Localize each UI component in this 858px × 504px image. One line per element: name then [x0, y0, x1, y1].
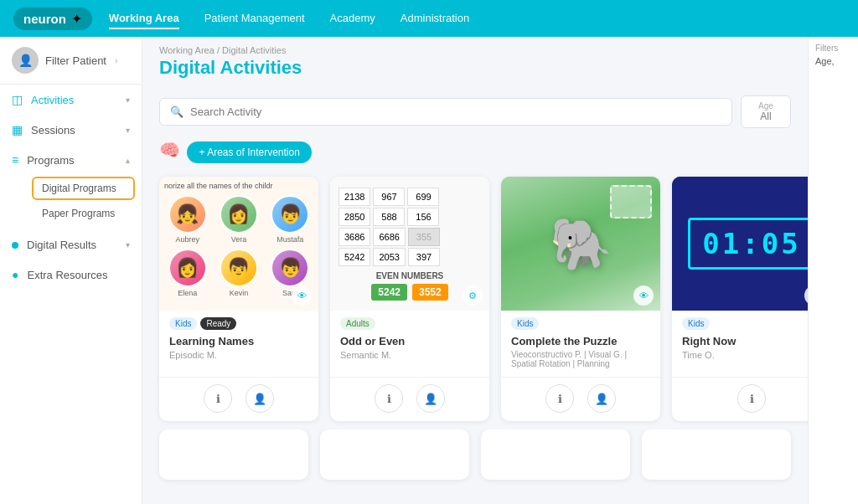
card-thumb-right-now: 01:05 📅: [672, 177, 808, 311]
avatar-elena: 👩: [168, 249, 207, 287]
patient-avatar: 👤: [12, 47, 39, 74]
num-699: 699: [407, 188, 439, 206]
card1-eye-icon[interactable]: 👁: [292, 285, 312, 306]
card2-add-user-btn[interactable]: 👤: [416, 384, 445, 413]
card4-subtitle: Time O.: [682, 350, 808, 360]
avatar-kevin: 👦: [220, 249, 258, 287]
avatar-aubrey-label: Aubrey: [175, 235, 199, 244]
even-numbers-label: EVEN NUMBERS: [339, 271, 481, 280]
card2-tags: Adults: [340, 317, 479, 330]
nav-academy[interactable]: Academy: [330, 8, 375, 29]
activities-chevron: ▾: [126, 95, 130, 105]
card4-info-btn[interactable]: ℹ: [737, 384, 766, 413]
card3-add-user-btn[interactable]: 👤: [587, 384, 616, 413]
sidebar-item-activities[interactable]: ◫ Activities ▾: [0, 85, 142, 115]
sidebar-item-programs[interactable]: ≡ Programs ▴: [0, 145, 142, 175]
tag-kids-1: Kids: [169, 317, 197, 330]
programs-submenu: Digital Programs Paper Programs: [0, 177, 142, 225]
areas-btn[interactable]: + Areas of Intervention: [187, 141, 311, 163]
num-2850: 2850: [339, 208, 370, 226]
avatar-mustafa-label: Mustafa: [277, 235, 303, 244]
search-icon: 🔍: [170, 105, 183, 118]
nav-patient-management[interactable]: Patient Management: [204, 8, 305, 29]
sidebar: 👤 Filter Patient › ◫ Activities ▾ ▦ Sess…: [0, 37, 142, 504]
sidebar-item-sessions[interactable]: ▦ Sessions ▾: [0, 115, 142, 145]
card-bottom-3: [481, 429, 630, 480]
card2-settings-icon[interactable]: ⚙: [463, 285, 483, 306]
age-filter-value: All: [752, 111, 780, 122]
areas-row: 🧠 + Areas of Intervention: [142, 135, 808, 168]
filters-value: Age,: [815, 56, 851, 66]
num-2053: 2053: [373, 248, 405, 266]
num-355: 355: [408, 228, 440, 246]
puzzle-piece: [610, 185, 652, 219]
card-bottom-1: [159, 429, 308, 480]
brain-icon: 🧠: [159, 141, 180, 159]
nav-working-area[interactable]: Working Area: [109, 8, 179, 29]
logo[interactable]: neuron ✦: [13, 8, 92, 30]
breadcrumb-digital-activities: Digital Activities: [222, 45, 286, 55]
sidebar-label-activities: Activities: [31, 94, 74, 106]
card-bottom-4: [642, 429, 791, 480]
num-6686: 6686: [373, 228, 405, 246]
search-input[interactable]: [190, 105, 721, 118]
card-odd-or-even: 2138 967 699 2850 588 156 3686 6686: [330, 177, 489, 421]
breadcrumb-working-area[interactable]: Working Area: [159, 45, 214, 55]
card2-actions: ℹ 👤: [330, 377, 489, 421]
card1-icons: 👁: [292, 285, 312, 306]
card1-actions: ℹ 👤: [159, 377, 318, 421]
card3-title: Complete the Puzzle: [511, 335, 650, 347]
avatar-vera: 👩: [220, 195, 258, 234]
even-num-3552: 3552: [412, 284, 448, 301]
age-filter[interactable]: Age All: [741, 95, 791, 128]
card3-subtitle: Vieoconstructivo P. | Visual G. | Spatia…: [511, 350, 650, 368]
sidebar-label-digital-results: Digital Results: [27, 239, 96, 251]
nav-administration[interactable]: Administration: [401, 8, 469, 29]
search-row: 🔍 Age All: [142, 89, 808, 135]
card1-add-user-btn[interactable]: 👤: [246, 384, 274, 413]
programs-icon: ≡: [12, 153, 18, 167]
main-layout: 👤 Filter Patient › ◫ Activities ▾ ▦ Sess…: [0, 37, 858, 504]
card4-title: Right Now: [682, 335, 808, 347]
card4-actions: ℹ: [672, 377, 808, 421]
card3-eye-icon[interactable]: 👁: [633, 285, 654, 306]
card4-calendar-icon[interactable]: 📅: [804, 285, 808, 306]
nav-items: Working Area Patient Management Academy …: [109, 8, 469, 29]
sidebar-label-programs: Programs: [27, 154, 74, 167]
card2-title: Odd or Even: [340, 335, 479, 347]
patient-filter[interactable]: 👤 Filter Patient ›: [0, 37, 142, 85]
card2-info-btn[interactable]: ℹ: [375, 384, 403, 413]
card-body-odd-or-even: Adults Odd or Even Semantic M.: [330, 311, 489, 377]
digital-results-dot: [12, 242, 18, 249]
avatar-kevin-label: Kevin: [230, 289, 249, 297]
programs-chevron: ▴: [126, 156, 130, 165]
age-filter-label: Age: [752, 101, 780, 111]
sessions-chevron: ▾: [126, 126, 130, 135]
card1-info-btn[interactable]: ℹ: [204, 384, 232, 413]
card-thumb-learning-names: norize all the names of the childr 👧 Aub…: [159, 177, 318, 311]
card3-icons: 👁: [633, 285, 654, 306]
card3-info-btn[interactable]: ℹ: [545, 384, 574, 413]
areas-btn-label: + Areas of Intervention: [199, 147, 299, 158]
cards-row: norize all the names of the childr 👧 Aub…: [142, 168, 808, 429]
num-2138: 2138: [339, 188, 370, 206]
tag-kids-3: Kids: [511, 317, 539, 330]
sidebar-sub-digital-programs[interactable]: Digital Programs: [32, 177, 135, 200]
logo-icon: ✦: [71, 11, 82, 27]
top-nav: neuron ✦ Working Area Patient Management…: [0, 0, 858, 37]
card-body-learning-names: Kids Ready Learning Names Episodic M.: [159, 311, 318, 377]
num-3686: 3686: [339, 228, 370, 246]
sidebar-label-extra-resources: Extra Resources: [27, 269, 107, 281]
sidebar-section-activities: ◫ Activities ▾ ▦ Sessions ▾ ≡ Programs ▴: [0, 85, 142, 290]
activities-icon: ◫: [12, 93, 23, 106]
num-397: 397: [408, 248, 440, 266]
sidebar-item-digital-results[interactable]: Digital Results ▾: [0, 230, 142, 260]
avatar-icon: 👤: [18, 54, 33, 67]
num-5242: 5242: [339, 248, 370, 266]
sidebar-item-extra-resources[interactable]: ● Extra Resources: [0, 260, 142, 290]
tag-ready-1: Ready: [200, 317, 236, 330]
card-right-now: 01:05 📅 Kids Right Now Time O. ℹ: [672, 177, 808, 421]
sidebar-sub-paper-programs[interactable]: Paper Programs: [30, 202, 142, 225]
card2-subtitle: Semantic M.: [340, 350, 479, 360]
puzzle-elephant-icon: 🐘: [550, 214, 612, 274]
